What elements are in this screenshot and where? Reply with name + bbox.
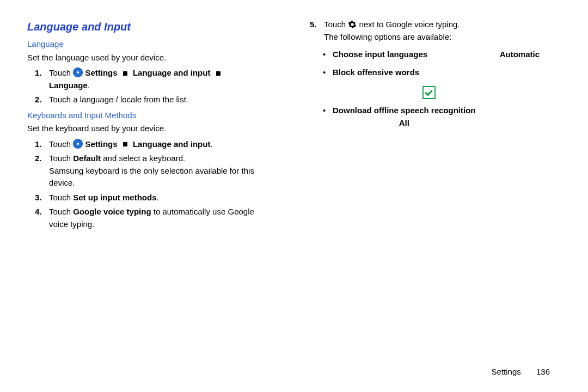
subsection-language: Language [27,38,275,51]
option-block-words: • Block offensive words [323,66,550,79]
step-5: 5. Touch next to Google voice typing. Th… [310,19,550,43]
step-number: 1. [35,138,49,151]
nav-arrow-icon [216,71,220,76]
section-heading: Language and Input [27,19,275,35]
option-label: Block offensive words [333,66,419,79]
option-download-offline: • Download offline speech recognition Al… [323,105,550,129]
step-number: 3. [35,192,49,204]
language-desc: Set the language used by your device. [27,52,275,64]
option-sub: All [333,117,476,130]
keyboards-desc: Set the keyboard used by your device. [27,122,275,135]
step-number: 5. [310,19,324,43]
lang-input-label: Language and input [133,68,211,77]
step-number: 2. [35,152,49,189]
step-text: Touch [49,154,73,163]
step-text: Touch [324,20,348,29]
option-label: Download offline speech recognition [333,105,476,117]
gvt-label: Google voice typing [73,207,151,216]
step-text: Touch a language / locale from the list. [49,94,275,106]
right-column: 5. Touch next to Google voice typing. Th… [291,16,561,232]
step-text: next to Google voice typing. [359,20,460,29]
checkbox-row [318,86,550,99]
nav-arrow-icon [123,71,127,76]
checkmark-icon [422,86,436,99]
settings-label: Settings [85,139,117,149]
bullet-icon: • [323,66,333,79]
footer-section: Settings [492,367,521,376]
language-label: Language [49,81,88,90]
bullet-icon: • [323,48,333,61]
step-lang-1: 1. Touch Settings Language and input Lan… [35,67,275,91]
setup-label: Set up input methods [73,193,156,202]
option-value: Automatic [500,48,540,61]
subsection-keyboards: Keyboards and Input Methods [27,109,275,122]
left-column: Language and Input Language Set the lang… [27,16,291,232]
bullet-icon: • [323,105,333,129]
footer-page-number: 136 [536,367,550,376]
nav-arrow-icon [123,142,127,146]
page-footer: Settings 136 [492,366,550,378]
step-number: 2. [35,94,49,106]
step-text: Touch [49,193,73,202]
settings-label: Settings [85,68,117,77]
step-text: Touch [49,139,73,149]
step-text: The following options are available: [324,31,550,44]
step-number: 4. [35,206,49,230]
step-kb-4: 4. Touch Google voice typing to automati… [35,206,275,230]
step-note: Samsung keyboard is the only selection a… [49,165,275,189]
step-kb-2: 2. Touch Default and select a keyboard. … [35,152,275,189]
default-label: Default [73,154,101,163]
settings-icon [73,68,83,77]
lang-input-label: Language and input [133,139,211,149]
step-lang-2: 2. Touch a language / locale from the li… [35,94,275,106]
step-kb-1: 1. Touch Settings Language and input. [35,138,275,151]
gear-icon [348,20,357,29]
step-text: Touch [49,207,73,216]
settings-icon [73,139,83,149]
option-choose-input: • Choose input languages Automatic [323,48,550,61]
step-text: Touch [49,68,73,77]
step-number: 1. [35,67,49,91]
option-label: Choose input languages [333,48,427,61]
step-kb-3: 3. Touch Set up input methods. [35,192,275,204]
